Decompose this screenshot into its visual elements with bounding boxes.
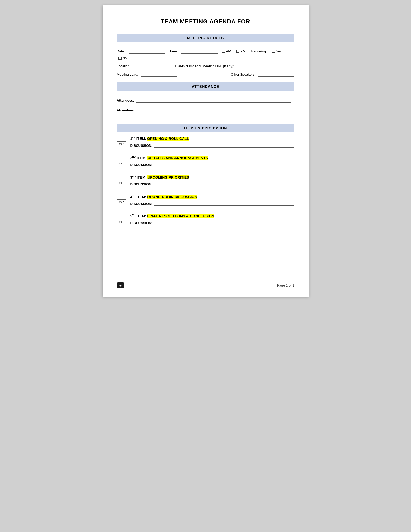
item-5-min-block: min [117, 215, 127, 223]
item-3-min-block: min [117, 176, 127, 184]
item-5-min-field[interactable] [117, 215, 126, 219]
page-footer: e Page 1 of 1 [117, 282, 294, 289]
item-4-keyword: ROUND-ROBIN DISCUSSION [147, 195, 197, 199]
item-3-ordinal: RD [132, 175, 136, 178]
location-label: Location: [117, 64, 131, 68]
item-4-min-field[interactable] [117, 195, 126, 200]
svg-text:e: e [119, 283, 122, 288]
yes-checkbox[interactable] [272, 50, 275, 53]
item-2-discussion-row: DISCUSSION: [130, 162, 294, 167]
items-discussion-section: ITEMS & DISCUSSION min 1ST ITEM: OPENING… [117, 124, 294, 225]
item-3-number: 3RD ITEM: [130, 175, 148, 179]
item-2-min-field[interactable] [117, 156, 126, 161]
item-3-min-field[interactable] [117, 176, 126, 180]
item-2-discussion-field[interactable] [154, 162, 294, 167]
absentees-row: Absentees: [117, 108, 294, 112]
item-1-min-block: min [117, 137, 127, 146]
item-1-discussion-label: DISCUSSION: [130, 144, 152, 148]
meeting-details-row3: Meeting Lead: Other Speakers: [117, 72, 294, 77]
item-4-min-label: min [119, 200, 124, 204]
yes-checkbox-group: Yes [272, 49, 283, 53]
item-4-min-block: min [117, 195, 127, 204]
pm-label: PM [240, 49, 246, 53]
item-4-discussion-row: DISCUSSION: [130, 201, 294, 206]
agenda-item-3: min 3RD ITEM: UPCOMING PRIORITIES DISCUS… [117, 175, 294, 186]
brand-icon: e [117, 282, 124, 289]
no-checkbox[interactable] [118, 57, 122, 60]
item-5-discussion-field[interactable] [154, 220, 294, 225]
item-4-content: 4TH ITEM: ROUND-ROBIN DISCUSSION DISCUSS… [130, 195, 294, 206]
other-speakers-label: Other Speakers: [231, 72, 255, 76]
item-2-min-label: min [119, 162, 124, 165]
attendees-row: Attendees: [117, 98, 294, 103]
meeting-lead-label: Meeting Lead: [117, 72, 138, 76]
item-4-discussion-field[interactable] [154, 201, 294, 206]
item-1-keyword: OPENING & ROLL CALL [147, 137, 189, 141]
attendees-field[interactable] [136, 98, 291, 103]
other-speakers-group: Other Speakers: [231, 72, 294, 77]
date-field[interactable] [129, 49, 165, 54]
absentees-field[interactable] [137, 108, 294, 112]
item-3-min-label: min [119, 181, 124, 184]
location-field[interactable] [133, 64, 169, 68]
other-speakers-field[interactable] [258, 72, 294, 77]
date-label: Date: [117, 49, 125, 53]
item-2-number: 2ND ITEM: [130, 156, 148, 160]
item-2-ordinal: ND [132, 156, 136, 158]
item-3-discussion-label: DISCUSSION: [130, 182, 152, 186]
item-1-discussion-field[interactable] [154, 143, 294, 148]
item-2-min-block: min [117, 156, 127, 165]
title-underline [156, 26, 255, 26]
agenda-item-5: min 5TH ITEM: FINAL RESOLUTIONS & CONCLU… [117, 214, 294, 225]
item-2-title: 2ND ITEM: UPDATES AND ANNOUNCEMENTS [130, 156, 294, 160]
item-1-title: 1ST ITEM: OPENING & ROLL CALL [130, 136, 294, 141]
item-2-discussion-label: DISCUSSION: [130, 163, 152, 167]
meeting-details-row2: Location: Dial-in Number or Meeting URL … [117, 64, 294, 68]
attendance-section: ATTENDANCE Attendees: Absentees: [117, 82, 294, 119]
item-3-discussion-row: DISCUSSION: [130, 182, 294, 186]
item-1-min-label: min [119, 142, 124, 146]
am-label: AM [226, 49, 231, 53]
items-discussion-header: ITEMS & DISCUSSION [117, 124, 294, 132]
pm-checkbox-group: PM [236, 49, 247, 53]
am-checkbox[interactable] [222, 50, 225, 53]
item-5-title: 5TH ITEM: FINAL RESOLUTIONS & CONCLUSION [130, 214, 294, 218]
item-4-ordinal: TH [132, 195, 135, 197]
time-field[interactable] [181, 49, 218, 54]
item-5-ordinal: TH [132, 214, 135, 217]
document-page: TEAM MEETING AGENDA FOR MEETING DETAILS … [103, 5, 309, 297]
item-1-discussion-row: DISCUSSION: [130, 143, 294, 148]
agenda-item-1: min 1ST ITEM: OPENING & ROLL CALL DISCUS… [117, 136, 294, 148]
item-3-discussion-field[interactable] [154, 182, 294, 186]
page-number: Page 1 of 1 [277, 283, 294, 287]
item-3-keyword: UPCOMING PRIORITIES [147, 175, 189, 179]
item-1-content: 1ST ITEM: OPENING & ROLL CALL DISCUSSION… [130, 136, 294, 148]
agenda-item-2: min 2ND ITEM: UPDATES AND ANNOUNCEMENTS … [117, 156, 294, 167]
dialin-label: Dial-in Number or Meeting URL (if any): [175, 64, 234, 68]
item-3-title: 3RD ITEM: UPCOMING PRIORITIES [130, 175, 294, 179]
item-5-content: 5TH ITEM: FINAL RESOLUTIONS & CONCLUSION… [130, 214, 294, 225]
agenda-item-4: min 4TH ITEM: ROUND-ROBIN DISCUSSION DIS… [117, 195, 294, 206]
item-1-number: 1ST ITEM: [130, 137, 147, 141]
item-5-discussion-label: DISCUSSION: [130, 221, 152, 225]
item-3-content: 3RD ITEM: UPCOMING PRIORITIES DISCUSSION… [130, 175, 294, 186]
item-1-min-field[interactable] [117, 137, 126, 142]
meeting-details-header: MEETING DETAILS [117, 34, 294, 42]
dialin-field[interactable] [237, 64, 289, 68]
item-1-ordinal: ST [132, 136, 135, 139]
yes-label: Yes [276, 49, 282, 53]
item-2-content: 2ND ITEM: UPDATES AND ANNOUNCEMENTS DISC… [130, 156, 294, 167]
am-checkbox-group: AM [222, 49, 232, 53]
time-label: Time: [170, 49, 178, 53]
pm-checkbox[interactable] [236, 50, 239, 53]
recurring-label: Recurring: [251, 49, 267, 53]
meeting-details-section: MEETING DETAILS Date: Time: AM PM Recurr… [117, 34, 294, 81]
no-label: No [123, 56, 127, 60]
attendees-label: Attendees: [117, 98, 134, 102]
item-5-keyword: FINAL RESOLUTIONS & CONCLUSION [147, 214, 214, 218]
item-2-keyword: UPDATES AND ANNOUNCEMENTS [147, 156, 208, 160]
no-checkbox-group: No [118, 56, 128, 60]
item-4-title: 4TH ITEM: ROUND-ROBIN DISCUSSION [130, 195, 294, 199]
item-5-number: 5TH ITEM: [130, 214, 147, 218]
meeting-lead-field[interactable] [141, 72, 177, 77]
